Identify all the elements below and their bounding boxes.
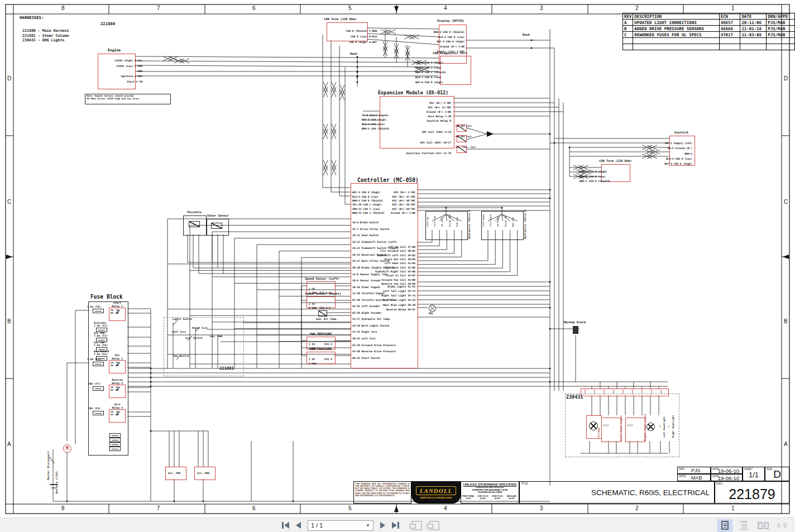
spec-col: 3 DEC PLCS ±0.010: [490, 495, 504, 500]
zone-label: 3: [540, 505, 543, 511]
spec-lines: DIMENSIONS ARE IN INCHESINTERPRET PER AN…: [461, 486, 519, 494]
scrolling-view-button[interactable]: [736, 519, 751, 532]
zone-label: 8: [61, 5, 65, 11]
page-number-value: 1 / 1: [311, 522, 323, 529]
coil-label: SS Right: [497, 213, 502, 227]
pin: 16-6 Brake Switch: [352, 222, 399, 228]
coil-label: Pivot Out: [449, 213, 454, 227]
acc-switch-label: Acc. Switch: [185, 337, 202, 340]
rev-edc-coil-symbol: [457, 135, 467, 142]
pin: Joystick Relay 8: [391, 120, 451, 124]
appd-tag: APPD: [679, 475, 686, 478]
throttle-title: Throttle: [187, 210, 202, 214]
single-page-view-button[interactable]: [717, 519, 732, 532]
appd-cell: APPD MAB: [677, 474, 711, 481]
harness-item: 230431 - OHG Lights: [22, 39, 69, 44]
expansion-right-pins: KSI (B+) 2-7BCKSI (B+) 12-7BCGround (B-)…: [391, 97, 451, 130]
two-page-view-button[interactable]: [755, 519, 770, 532]
controller-right-ksi-pins: KSI (B+) 2-7BCKSI (B+) 47-7BCKSI (B+) 48…: [357, 186, 415, 222]
rev-col: REV: [623, 13, 633, 20]
size-value: D: [765, 468, 789, 481]
pin: Reverse Relay 56-67: [343, 309, 415, 313]
pin: 3 GND: [309, 363, 332, 367]
fuse-symbol: [93, 309, 104, 313]
pin: Auxiliary Function Coil 11-79: [368, 152, 451, 163]
page-number-select[interactable]: 1 / 1 ▼: [308, 520, 373, 531]
left-tail-light-block: [601, 418, 621, 442]
fuse-symbol: [93, 386, 104, 391]
first-page-bar-icon: [282, 522, 284, 529]
appd-value: MAB: [691, 475, 702, 481]
zone-label: D: [784, 75, 788, 82]
previous-page-button[interactable]: [296, 522, 301, 529]
pin: BRN-C CAN 0 (Shield): [580, 180, 610, 185]
can-term-top-title: CAN Term (120 Ohm): [324, 17, 356, 21]
logo-city: MARYSVILLE, KANSAS 66508: [416, 496, 456, 499]
spec-col: FRACTIONAL ±1/16: [462, 495, 476, 500]
zone-label: A: [7, 441, 11, 447]
sheet-value: 1/1: [743, 471, 764, 479]
dwg-cell: DWG 221879: [715, 481, 789, 504]
fuse-symbol: [93, 411, 104, 415]
pin: WHT-3 CAN 0 (High): [641, 163, 692, 168]
spec-col: 2 DEC PLCS ±0.030: [476, 495, 490, 500]
disclaimer-cell: THIS DRAWING AND ALL INFORMATION THEREIN…: [353, 481, 411, 504]
two-page-scrolling-button[interactable]: [774, 519, 789, 532]
next-view-button[interactable]: [429, 521, 439, 530]
title-cell: TITLE SCHEMATIC, R60i5, ELECTRICAL: [519, 481, 715, 504]
previous-view-button[interactable]: [411, 521, 422, 530]
harness-list-title: HARNESSES:: [20, 16, 44, 21]
rev-pressure-title: REV PRESSURE: [310, 347, 332, 351]
expansion-title: Expansion Module (OX-012): [378, 90, 448, 95]
can-diag-title: CAN Diagnostic Port: [433, 51, 467, 55]
main-harness-ref: 221880: [100, 22, 115, 27]
left-turn-label: Left Turn: [172, 330, 186, 334]
last-page-button[interactable]: [392, 522, 399, 529]
strobe-label: Strobe: [597, 416, 601, 438]
pin: 38-24 Left Turn: [352, 338, 399, 344]
coil-label: Tilt Back: [490, 213, 495, 227]
next-page-button[interactable]: [380, 522, 385, 529]
spec-cell: UNLESS OTHERWISE SPECIFIED DIMENSIONS AR…: [461, 481, 519, 504]
engine-note: Note: Engine harness should provide 60 O…: [85, 94, 171, 104]
led-icon: ▽: [668, 424, 670, 428]
schematic-viewer: 87654321 87654321 DCBA DCBA HARNESSES: 2…: [0, 0, 795, 532]
led-icon: ▽▽▽: [627, 423, 633, 427]
aux-func-coil-symbol: [457, 146, 467, 153]
speed-right-title: Speed Sensor (Right): [305, 292, 341, 296]
throttle-pot-symbol: [189, 221, 200, 227]
fuse-rating: 20A (F7): [88, 382, 100, 386]
spec-columns: FRACTIONAL ±1/162 DEC PLCS ±0.0303 DEC P…: [461, 495, 519, 500]
display-title: Display (DP250): [437, 19, 464, 23]
lights-switch-label: Lights Switch: [172, 318, 192, 321]
valve-a-coil-labels: Lift UpTilt FwdSS LeftPivot OutFwd Fan: [427, 213, 462, 227]
pin: Start F-7B: [89, 81, 142, 86]
first-page-button[interactable]: [282, 522, 289, 529]
dash-label: Dash: [523, 33, 530, 37]
aux-pwr-label: Aux. PWR: [210, 335, 222, 338]
coil-label: SS Left: [441, 213, 447, 227]
right-tail-light-block: [625, 418, 645, 442]
fuse-symbol: [93, 362, 104, 366]
start-relay: 30 87 85 86: [109, 308, 126, 321]
relay-name: Horn Relay 4: [107, 403, 127, 409]
zone-label: C: [784, 199, 788, 205]
strobe-lamp-symbol: [589, 421, 598, 430]
drawing-number: 221879: [715, 486, 789, 502]
left-tail-light-label: Left Tail Light: [620, 418, 623, 441]
zone-label: 3: [540, 5, 543, 11]
controller-title: Controller (MC-050): [357, 177, 419, 184]
right-tail-light-label: Right Tail Light: [644, 418, 647, 441]
zone-label: 1: [731, 505, 735, 511]
mol-label: MOL: [429, 312, 433, 315]
engine-pins: J1939 (High) R-YELJ1939 (Low) F-GRN-BRNI…: [89, 55, 142, 91]
next-page-arrow-icon: [380, 522, 385, 529]
pin: 54-30 Reverse Drive Pressure: [352, 351, 399, 357]
scrolling-view-icon: [740, 521, 748, 530]
spec-col: ANGULAR ±0.010: [505, 495, 519, 500]
relay-name: Reverse Relay 3: [106, 378, 128, 385]
date-col: DATE: [740, 13, 767, 20]
pin: J1939 (Low) F-GRN: [89, 65, 142, 70]
fuse-rating: 7.5A (F3): [87, 358, 101, 361]
zone-label: 4: [444, 505, 447, 511]
